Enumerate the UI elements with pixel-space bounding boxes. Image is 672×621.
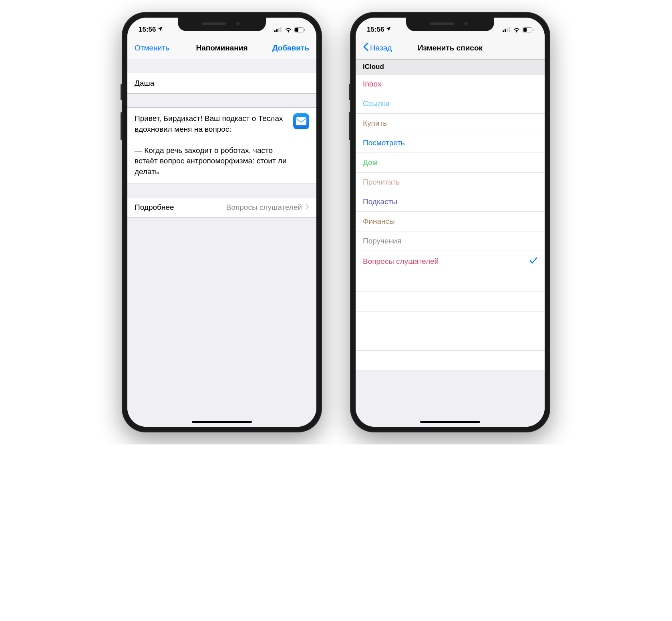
list-option-label: Вопросы слушателей xyxy=(363,257,529,266)
list-option-label: Финансы xyxy=(363,217,537,226)
chevron-left-icon xyxy=(363,42,368,53)
phone-right: 15:56 На xyxy=(350,12,550,432)
svg-rect-9 xyxy=(505,29,506,32)
svg-rect-0 xyxy=(274,30,276,32)
status-icons xyxy=(503,27,533,32)
status-time-group: 15:56 xyxy=(367,26,391,34)
nav-bar: Назад Изменить список xyxy=(356,37,545,59)
battery-icon xyxy=(523,27,533,32)
details-label: Подробнее xyxy=(135,203,174,212)
reminder-title-cell[interactable]: Даша xyxy=(127,73,316,94)
back-button[interactable]: Назад xyxy=(363,42,403,53)
content-area: Даша Привет, Бирдикаст! Ваш подкаст о Те… xyxy=(127,59,316,427)
svg-rect-6 xyxy=(304,29,305,31)
list-option-label: Ссылки xyxy=(363,99,537,108)
status-time-group: 15:56 xyxy=(139,26,163,34)
list-option-label: Прочитать xyxy=(363,178,537,187)
list-empty-row xyxy=(356,292,545,312)
list-option-row[interactable]: Вопросы слушателей xyxy=(356,251,545,272)
list-option-label: Купить xyxy=(363,119,537,128)
status-icons xyxy=(274,27,305,32)
svg-rect-2 xyxy=(278,28,280,32)
list-option-label: Дом xyxy=(363,158,537,167)
list-option-label: Посмотреть xyxy=(363,139,537,147)
signal-icon xyxy=(503,27,511,32)
mail-app-icon[interactable] xyxy=(293,113,309,129)
list-empty-row xyxy=(356,331,545,351)
notch xyxy=(406,18,494,31)
svg-rect-1 xyxy=(276,29,278,32)
reminder-title-text: Даша xyxy=(135,79,309,88)
details-value: Вопросы слушателей xyxy=(226,203,302,212)
content-area: iCloud InboxСсылкиКупитьПосмотретьДомПро… xyxy=(356,59,545,427)
home-indicator[interactable] xyxy=(192,421,252,423)
list-option-row[interactable]: Inbox xyxy=(356,74,545,94)
list-empty-row xyxy=(356,351,545,370)
nav-title: Изменить список xyxy=(403,44,497,52)
nav-title: Напоминания xyxy=(175,44,269,52)
cancel-button[interactable]: Отменить xyxy=(135,44,175,52)
svg-rect-14 xyxy=(533,29,533,31)
svg-rect-13 xyxy=(523,28,527,32)
list-option-row[interactable]: Поручения xyxy=(356,231,545,251)
reminder-note-cell[interactable]: Привет, Бирдикаст! Ваш подкаст о Теслах … xyxy=(127,107,316,183)
svg-rect-11 xyxy=(509,27,510,32)
list-option-label: Подкасты xyxy=(363,197,537,206)
home-indicator[interactable] xyxy=(420,421,480,423)
list-option-row[interactable]: Посмотреть xyxy=(356,133,545,153)
details-cell[interactable]: Подробнее Вопросы слушателей xyxy=(127,197,316,218)
list-option-row[interactable]: Подкасты xyxy=(356,192,545,212)
list-option-row[interactable]: Купить xyxy=(356,114,545,133)
list-option-row[interactable]: Дом xyxy=(356,153,545,173)
wifi-icon xyxy=(285,27,292,32)
screen-change-list: 15:56 На xyxy=(356,18,545,427)
list-option-label: Поручения xyxy=(363,237,537,245)
location-icon xyxy=(386,26,391,34)
list-options: InboxСсылкиКупитьПосмотретьДомПрочитатьП… xyxy=(356,74,545,370)
list-option-row[interactable]: Ссылки xyxy=(356,94,545,114)
list-option-label: Inbox xyxy=(363,80,537,88)
svg-rect-7 xyxy=(296,117,306,125)
list-empty-row xyxy=(356,312,545,331)
add-button[interactable]: Добавить xyxy=(269,44,309,52)
reminder-note-text: Привет, Бирдикаст! Ваш подкаст о Теслах … xyxy=(135,113,287,177)
list-option-row[interactable]: Прочитать xyxy=(356,173,545,192)
status-time: 15:56 xyxy=(139,26,156,34)
battery-icon xyxy=(294,27,305,32)
checkmark-icon xyxy=(529,256,537,267)
list-option-row[interactable]: Финансы xyxy=(356,212,545,231)
signal-icon xyxy=(274,27,282,32)
wifi-icon xyxy=(513,27,520,32)
svg-rect-3 xyxy=(280,27,282,32)
location-icon xyxy=(157,26,163,34)
chevron-right-icon xyxy=(305,203,309,212)
svg-rect-5 xyxy=(295,28,298,32)
section-header-icloud: iCloud xyxy=(356,59,545,74)
status-time: 15:56 xyxy=(367,26,384,34)
phone-left: 15:56 Отменить Напоминания Добавит xyxy=(122,12,322,432)
notch xyxy=(178,18,266,31)
screen-reminders-edit: 15:56 Отменить Напоминания Добавит xyxy=(127,18,316,427)
nav-bar: Отменить Напоминания Добавить xyxy=(127,37,316,59)
svg-rect-10 xyxy=(507,28,508,32)
back-label: Назад xyxy=(370,44,392,52)
svg-rect-8 xyxy=(503,30,504,32)
list-empty-row xyxy=(356,272,545,292)
mail-icon xyxy=(296,117,306,125)
